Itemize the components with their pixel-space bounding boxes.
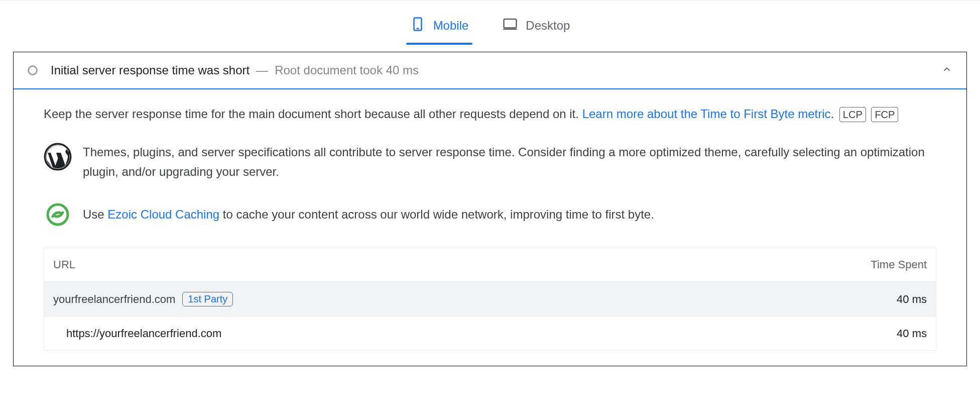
tip-wordpress-text: Themes, plugins, and server specificatio… [83, 143, 936, 181]
group-domain: yourfreelancerfriend.com [53, 293, 175, 306]
learn-more-link[interactable]: Learn more about the Time to First Byte … [582, 107, 831, 121]
audit-subtitle: — Root document took 40 ms [253, 63, 419, 77]
row-time: 40 ms [836, 327, 927, 340]
audit-panel: Initial server response time was short —… [13, 52, 967, 366]
row-url: https://yourfreelancerfriend.com [53, 327, 836, 340]
tip-ezoic-text: Use Ezoic Cloud Caching to cache your co… [83, 205, 654, 224]
url-table: URL Time Spent yourfreelancerfriend.com … [44, 248, 936, 351]
chevron-up-icon [941, 68, 952, 76]
party-badge: 1st Party [182, 292, 233, 306]
mobile-icon [410, 17, 425, 35]
ezoic-pre: Use [83, 207, 107, 221]
tip-wordpress: Themes, plugins, and server specificatio… [44, 143, 936, 181]
badge-lcp: LCP [839, 107, 866, 122]
audit-description: Keep the server response time for the ma… [44, 104, 936, 124]
ezoic-post: to cache your content across our world w… [219, 207, 654, 221]
device-tabs: Mobile Desktop [10, 12, 970, 45]
group-url-cell: yourfreelancerfriend.com 1st Party [53, 292, 836, 306]
tab-mobile[interactable]: Mobile [408, 12, 471, 45]
table-header-row: URL Time Spent [44, 248, 936, 282]
badge-fcp: FCP [871, 107, 898, 122]
ezoic-icon [44, 200, 72, 229]
status-pass-icon [28, 65, 38, 75]
dash: — [256, 63, 268, 77]
svg-rect-2 [504, 19, 517, 28]
svg-point-6 [48, 204, 68, 225]
group-time: 40 ms [836, 293, 927, 306]
table-group-row[interactable]: yourfreelancerfriend.com 1st Party 40 ms [44, 282, 936, 317]
period: . [830, 107, 834, 121]
description-text: Keep the server response time for the ma… [44, 107, 582, 121]
audit-title: Initial server response time was short [51, 63, 250, 77]
desktop-icon [503, 17, 518, 35]
tab-desktop-label: Desktop [526, 19, 570, 33]
tab-desktop[interactable]: Desktop [501, 12, 572, 45]
collapse-toggle[interactable] [941, 64, 952, 77]
tab-mobile-label: Mobile [433, 19, 469, 33]
subtitle-text: Root document took 40 ms [275, 63, 419, 77]
header-time: Time Spent [836, 258, 927, 271]
ezoic-link[interactable]: Ezoic Cloud Caching [107, 207, 219, 221]
wordpress-icon [44, 143, 72, 171]
tip-ezoic: Use Ezoic Cloud Caching to cache your co… [44, 200, 936, 229]
table-row: https://yourfreelancerfriend.com 40 ms [44, 317, 936, 350]
audit-body: Keep the server response time for the ma… [14, 89, 966, 366]
header-url: URL [53, 258, 836, 271]
audit-header[interactable]: Initial server response time was short —… [14, 52, 966, 89]
